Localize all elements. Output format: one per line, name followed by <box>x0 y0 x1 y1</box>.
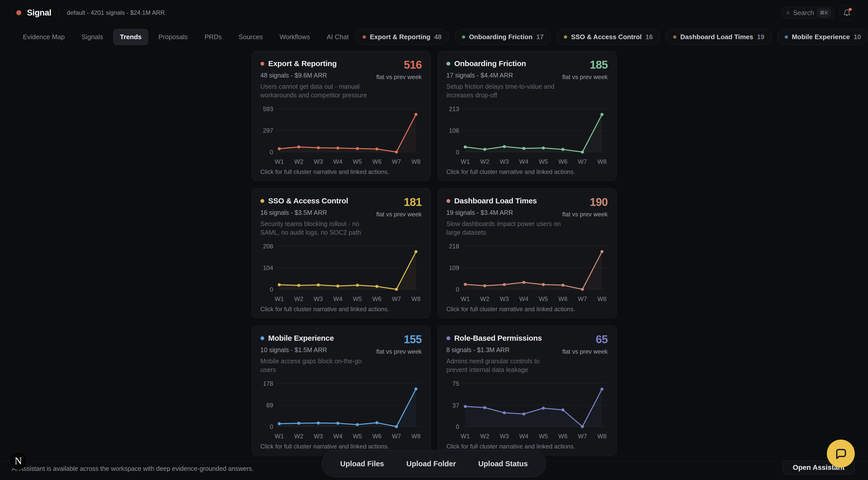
upload-status-button[interactable]: Upload Status <box>478 460 528 468</box>
card-header-left: Mobile Experience 10 signals - $1.5M ARR… <box>260 334 376 374</box>
pill-dot-icon <box>785 35 788 39</box>
cluster-title: SSO & Access Control <box>268 197 348 205</box>
cluster-card-onboarding-friction[interactable]: Onboarding Friction 17 signals - $4.4M A… <box>438 51 617 181</box>
filter-pill-sso-access-control[interactable]: SSO & Access Control16 <box>556 29 660 45</box>
cluster-description: Users cannot get data out - manual worka… <box>260 82 376 100</box>
card-header-left: Dashboard Load Times 19 signals - $3.4M … <box>446 197 562 237</box>
cluster-meta: 17 signals - $4.4M ARR <box>446 72 562 79</box>
chat-bubble-icon <box>834 447 848 460</box>
card-header: Dashboard Load Times 19 signals - $3.4M … <box>446 197 608 237</box>
trend-chart: 178890W1W2W3W4W5W6W7W8 <box>260 379 422 440</box>
tab-signals[interactable]: Signals <box>75 29 110 45</box>
notification-dot <box>849 8 852 11</box>
svg-text:W4: W4 <box>519 158 528 165</box>
svg-text:0: 0 <box>456 149 459 156</box>
upload-files-button[interactable]: Upload Files <box>340 460 384 468</box>
upload-folder-button[interactable]: Upload Folder <box>406 460 456 468</box>
pill-count: 10 <box>854 33 861 41</box>
tab-proposals[interactable]: Proposals <box>152 29 194 45</box>
tab-ai-chat[interactable]: AI Chat <box>320 29 355 45</box>
cluster-description: Setup friction delays time-to-value and … <box>446 82 562 100</box>
pill-label: Onboarding Friction <box>469 33 533 41</box>
svg-text:W6: W6 <box>372 158 381 165</box>
cluster-title: Export & Reporting <box>268 59 337 68</box>
card-header-right: 155 flat vs prev week <box>376 334 422 374</box>
svg-text:W3: W3 <box>500 433 509 440</box>
svg-text:593: 593 <box>263 106 273 112</box>
tab-trends[interactable]: Trends <box>113 29 148 45</box>
brand-dot-icon <box>16 10 21 15</box>
cluster-footnote: Click for full cluster narrative and lin… <box>260 443 422 450</box>
svg-text:109: 109 <box>449 264 459 271</box>
svg-text:W7: W7 <box>392 295 401 302</box>
filter-pill-mobile-experience[interactable]: Mobile Experience10 <box>777 29 868 45</box>
cluster-card-role-based-permissions[interactable]: Role-Based Permissions 8 signals - $1.3M… <box>438 325 617 456</box>
cluster-weekly-count: 190 <box>562 197 608 208</box>
svg-text:0: 0 <box>270 286 273 293</box>
tab-sources[interactable]: Sources <box>232 29 269 45</box>
pill-label: SSO & Access Control <box>571 33 642 41</box>
cluster-title: Role-Based Permissions <box>454 334 542 342</box>
pill-label: Dashboard Load Times <box>680 33 753 41</box>
svg-text:W1: W1 <box>275 158 284 165</box>
cluster-title: Mobile Experience <box>268 334 334 342</box>
pill-dot-icon <box>462 35 465 39</box>
cluster-card-dashboard-load-times[interactable]: Dashboard Load Times 19 signals - $3.4M … <box>438 188 617 318</box>
filter-pill-onboarding-friction[interactable]: Onboarding Friction17 <box>455 29 551 45</box>
cluster-delta-label: flat vs prev week <box>562 211 608 218</box>
filter-pill-dashboard-load-times[interactable]: Dashboard Load Times19 <box>666 29 772 45</box>
tab-prds[interactable]: PRDs <box>198 29 228 45</box>
cluster-color-dot <box>446 62 450 66</box>
cluster-filter-pills: Export & Reporting48Onboarding Friction1… <box>355 29 868 45</box>
notifications-button[interactable] <box>840 5 854 20</box>
header-divider <box>59 8 59 17</box>
search-icon <box>786 10 790 16</box>
cluster-title: Onboarding Friction <box>454 59 526 68</box>
chat-fab-button[interactable] <box>827 440 855 468</box>
svg-text:W8: W8 <box>597 433 607 440</box>
svg-text:W2: W2 <box>480 158 489 165</box>
cluster-delta-label: flat vs prev week <box>376 73 422 81</box>
search-input[interactable]: Search ⌘K <box>782 7 834 19</box>
card-header-left: Role-Based Permissions 8 signals - $1.3M… <box>446 334 562 374</box>
tab-evidence-map[interactable]: Evidence Map <box>16 29 71 45</box>
svg-text:W8: W8 <box>411 433 421 440</box>
cluster-card-sso-access-control[interactable]: SSO & Access Control 16 signals - $3.5M … <box>252 188 431 318</box>
svg-text:W7: W7 <box>392 433 401 440</box>
svg-text:213: 213 <box>449 106 459 112</box>
svg-text:106: 106 <box>449 127 459 134</box>
svg-text:104: 104 <box>263 264 273 271</box>
svg-text:0: 0 <box>456 286 459 293</box>
svg-text:W6: W6 <box>372 433 381 440</box>
pill-dot-icon <box>363 35 366 39</box>
svg-text:W5: W5 <box>353 295 362 302</box>
card-header-right: 516 flat vs prev week <box>376 59 422 100</box>
svg-text:W2: W2 <box>294 433 303 440</box>
cluster-description: Admins need granular controls to prevent… <box>446 357 562 374</box>
cluster-footnote: Click for full cluster narrative and lin… <box>446 306 608 313</box>
brand: Signal default - 4201 signals - $24.1M A… <box>16 8 165 18</box>
cluster-color-dot <box>446 199 450 203</box>
svg-text:W5: W5 <box>539 295 548 302</box>
assistant-badge: N <box>9 452 27 470</box>
svg-text:0: 0 <box>270 423 273 430</box>
svg-text:W7: W7 <box>578 295 587 302</box>
svg-text:208: 208 <box>263 243 273 250</box>
cluster-color-dot <box>260 199 264 203</box>
svg-text:W5: W5 <box>539 158 548 165</box>
cluster-card-export-reporting[interactable]: Export & Reporting 48 signals - $9.6M AR… <box>252 51 431 181</box>
card-header: Role-Based Permissions 8 signals - $1.3M… <box>446 334 608 374</box>
cluster-footnote: Click for full cluster narrative and lin… <box>446 443 608 450</box>
filter-pill-export-reporting[interactable]: Export & Reporting48 <box>355 29 449 45</box>
cluster-card-mobile-experience[interactable]: Mobile Experience 10 signals - $1.5M ARR… <box>252 325 431 456</box>
svg-text:37: 37 <box>452 402 459 409</box>
svg-text:W6: W6 <box>558 433 567 440</box>
top-bar: Signal default - 4201 signals - $24.1M A… <box>0 0 868 25</box>
svg-text:W1: W1 <box>275 433 284 440</box>
svg-text:W6: W6 <box>558 295 567 302</box>
cluster-description: Mobile access gaps block on-the-go users <box>260 357 376 374</box>
svg-text:W4: W4 <box>333 158 342 165</box>
tab-workflows[interactable]: Workflows <box>273 29 316 45</box>
trend-chart: 2181090W1W2W3W4W5W6W7W8 <box>446 242 608 303</box>
card-title-row: Mobile Experience <box>260 334 376 342</box>
